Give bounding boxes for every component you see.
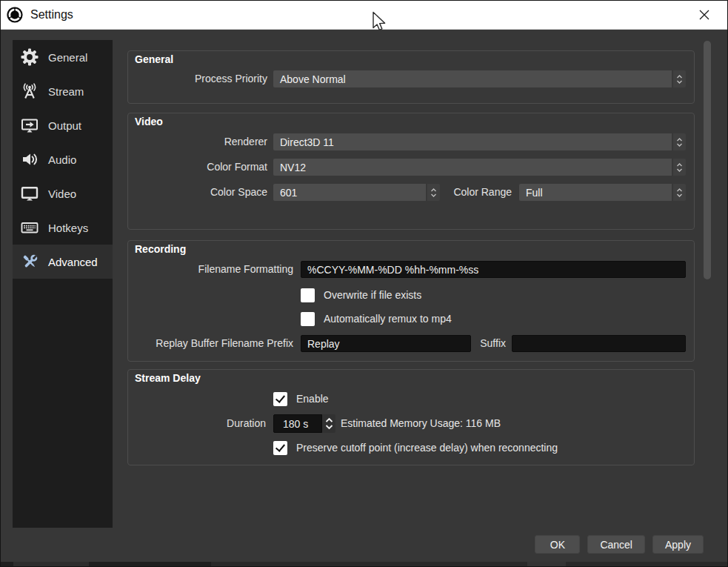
settings-sidebar: General Stream — [13, 40, 113, 528]
preserve-checkbox-row: Preserve cutoff point (increase delay) w… — [273, 440, 558, 455]
sidebar-item-video[interactable]: Video — [13, 176, 113, 210]
gear-icon — [19, 47, 41, 67]
antenna-icon — [19, 82, 41, 101]
video-group: Video Renderer Direct3D 11 Color Format … — [127, 113, 695, 230]
color-format-select[interactable]: NV12 — [273, 159, 686, 176]
sidebar-item-audio[interactable]: Audio — [13, 142, 113, 176]
enable-checkbox[interactable] — [273, 392, 287, 406]
renderer-select[interactable]: Direct3D 11 — [273, 133, 686, 150]
stream-delay-group: Stream Delay Enable Duration 180 s Estim… — [127, 369, 695, 465]
chevron-up-down-icon — [673, 184, 686, 201]
process-priority-label: Process Priority — [128, 70, 267, 87]
enable-label: Enable — [296, 393, 329, 405]
filename-formatting-input[interactable] — [301, 261, 686, 278]
sidebar-item-stream[interactable]: Stream — [13, 74, 113, 108]
dialog-buttons: OK Cancel Apply — [535, 535, 704, 554]
color-space-select[interactable]: 601 — [273, 184, 440, 201]
sidebar-item-label: Output — [48, 119, 81, 132]
close-icon — [698, 9, 710, 21]
suffix-input[interactable] — [512, 335, 686, 352]
renderer-label: Renderer — [128, 133, 267, 150]
remux-checkbox[interactable] — [301, 312, 315, 326]
process-priority-value: Above Normal — [280, 73, 346, 85]
keyboard-icon — [19, 218, 41, 237]
background-window-edge — [0, 562, 728, 567]
preserve-checkbox[interactable] — [273, 441, 287, 455]
replay-prefix-input[interactable] — [301, 335, 471, 352]
obs-logo-icon — [6, 6, 24, 24]
sidebar-item-label: Hotkeys — [48, 222, 88, 234]
vertical-scrollbar[interactable] — [704, 41, 711, 279]
titlebar: Settings — [0, 0, 728, 30]
overwrite-checkbox[interactable] — [301, 288, 315, 302]
sidebar-item-output[interactable]: Output — [13, 108, 113, 142]
color-range-label: Color Range — [432, 184, 512, 201]
filename-formatting-label: Filename Formatting — [128, 261, 293, 278]
monitor-arrow-icon — [19, 116, 41, 135]
remux-label: Automatically remux to mp4 — [324, 313, 452, 325]
group-title: Stream Delay — [135, 372, 201, 384]
sidebar-item-label: General — [48, 51, 87, 64]
duration-label: Duration — [128, 415, 266, 432]
sidebar-item-label: Advanced — [48, 256, 98, 268]
color-space-label: Color Space — [128, 184, 267, 201]
spinner-arrows-icon[interactable] — [322, 414, 335, 433]
window-title: Settings — [30, 8, 73, 21]
overwrite-label: Overwrite if file exists — [324, 289, 421, 301]
sidebar-item-hotkeys[interactable]: Hotkeys — [13, 210, 113, 245]
suffix-label: Suffix — [470, 335, 506, 352]
sidebar-item-label: Video — [48, 188, 76, 200]
renderer-value: Direct3D 11 — [280, 136, 334, 148]
chevron-up-down-icon — [673, 70, 686, 87]
tools-icon — [19, 252, 41, 271]
color-range-select[interactable]: Full — [519, 184, 686, 201]
chevron-up-down-icon — [673, 133, 686, 150]
overwrite-checkbox-row: Overwrite if file exists — [301, 288, 421, 302]
color-format-value: NV12 — [280, 162, 306, 173]
remux-checkbox-row: Automatically remux to mp4 — [301, 311, 452, 326]
sidebar-item-advanced[interactable]: Advanced — [13, 245, 113, 279]
ok-button[interactable]: OK — [535, 535, 580, 554]
close-button[interactable] — [685, 0, 724, 30]
group-title: General — [135, 53, 173, 65]
memory-usage-text: Estimated Memory Usage: 116 MB — [341, 415, 501, 432]
sidebar-item-general[interactable]: General — [13, 40, 113, 74]
speaker-icon — [19, 150, 41, 169]
replay-prefix-label: Replay Buffer Filename Prefix — [128, 335, 293, 352]
cancel-button[interactable]: Cancel — [587, 535, 645, 554]
apply-button[interactable]: Apply — [652, 535, 704, 554]
chevron-up-down-icon — [673, 159, 686, 176]
duration-spinbox[interactable]: 180 s — [273, 414, 335, 433]
color-space-value: 601 — [280, 187, 297, 199]
sidebar-item-label: Stream — [48, 85, 84, 98]
recording-group: Recording Filename Formatting Overwrite … — [127, 240, 695, 362]
preserve-label: Preserve cutoff point (increase delay) w… — [296, 442, 558, 454]
duration-value: 180 s — [283, 418, 308, 430]
group-title: Recording — [135, 243, 186, 255]
process-priority-select[interactable]: Above Normal — [273, 70, 686, 87]
color-format-label: Color Format — [128, 159, 267, 176]
group-title: Video — [135, 116, 163, 127]
general-group: General Process Priority Above Normal — [127, 50, 695, 104]
monitor-icon — [19, 184, 41, 203]
sidebar-item-label: Audio — [48, 153, 76, 166]
enable-checkbox-row: Enable — [273, 391, 329, 406]
color-range-value: Full — [526, 187, 543, 199]
